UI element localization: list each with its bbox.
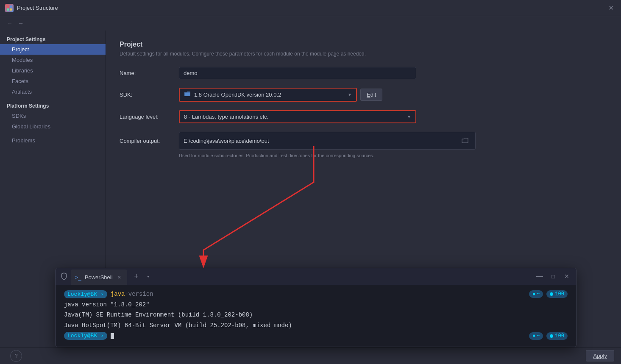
terminal-output: java version "1.8.0_202" Java(TM) SE Run… — [64, 300, 568, 330]
svg-rect-2 — [7, 8, 9, 11]
terminal-output-line-1: java version "1.8.0_202" — [64, 300, 568, 309]
title-bar: Project Structure ✕ — [0, 0, 621, 16]
browse-folder-button[interactable] — [459, 135, 471, 147]
terminal-title-bar: >_ PowerShell ✕ + ▾ — □ ✕ — [56, 268, 576, 285]
terminal-minimize-button[interactable]: — — [534, 270, 546, 282]
terminal-command-suffix: -version — [125, 291, 153, 297]
svg-rect-0 — [7, 6, 9, 8]
terminal-line-2: Lockly@BK › ■ ~ 100 — [64, 332, 568, 340]
sidebar-item-sdks[interactable]: SDKs — [0, 111, 106, 121]
terminal-count-badge-1: 100 — [546, 290, 568, 298]
sdk-row: SDK: 1.8 Oracle OpenJDK version 20.0.2 ▼ — [120, 88, 607, 102]
sdk-dropdown[interactable]: 1.8 Oracle OpenJDK version 20.0.2 ▼ — [179, 88, 357, 102]
terminal-badge-2: ■ ~ — [529, 332, 543, 340]
sidebar-item-libraries[interactable]: Libraries — [0, 65, 106, 76]
name-label: Name: — [120, 70, 179, 76]
language-row: Language level: 8 - Lambdas, type annota… — [120, 110, 607, 123]
language-arrow-icon: ▼ — [407, 114, 411, 119]
terminal-maximize-button[interactable]: □ — [547, 270, 559, 282]
terminal-count-1: 100 — [555, 291, 564, 297]
apply-button[interactable]: Apply — [586, 350, 614, 361]
terminal-badge-1: ■ ~ — [529, 290, 543, 298]
terminal-prompt-2: Lockly@BK › — [64, 332, 107, 340]
terminal-prompt-1: Lockly@BK › — [64, 290, 107, 298]
compiler-output-wrapper — [179, 132, 476, 150]
panel-title: Project — [120, 41, 607, 48]
language-value: 8 - Lambdas, type annotations etc. — [184, 114, 407, 120]
compiler-row: Compiler output: — [120, 132, 607, 150]
terminal-tab-icon: >_ — [75, 274, 81, 281]
close-button[interactable]: ✕ — [606, 3, 616, 13]
nav-row: ← → — [0, 16, 621, 31]
terminal-dropdown-button[interactable]: ▾ — [144, 270, 153, 282]
name-row: Name: — [120, 67, 607, 79]
sdk-controls: 1.8 Oracle OpenJDK version 20.0.2 ▼ Edit — [179, 88, 476, 102]
add-terminal-button[interactable]: + — [131, 270, 142, 282]
terminal-right-badges-1: ■ ~ 100 — [529, 290, 568, 298]
terminal-line-1: Lockly@BK › java -version ■ ~ 100 — [64, 290, 568, 298]
terminal-body: Lockly@BK › java -version ■ ~ 100 java v… — [56, 285, 576, 347]
name-input[interactable] — [179, 67, 416, 79]
shield-icon — [59, 271, 69, 281]
badge-tilde-2: ~ — [537, 333, 540, 339]
compiler-output-input[interactable] — [184, 138, 459, 144]
edit-button[interactable]: Edit — [360, 89, 382, 101]
terminal-tab-close-button[interactable]: ✕ — [116, 274, 123, 281]
terminal-close-button[interactable]: ✕ — [561, 270, 573, 282]
bottom-bar: ? Apply — [0, 347, 621, 364]
terminal-count-badge-2: 100 — [546, 332, 568, 340]
sdk-folder-icon — [184, 91, 191, 98]
sidebar-item-problems[interactable]: Problems — [0, 135, 106, 146]
terminal-count-2: 100 — [555, 333, 564, 339]
terminal-tab-label: PowerShell — [85, 274, 113, 281]
compiler-label: Compiler output: — [120, 138, 179, 144]
platform-settings-heading: Platform Settings — [0, 100, 106, 111]
terminal-window: >_ PowerShell ✕ + ▾ — □ ✕ Lockly@BK › ja… — [55, 268, 576, 347]
app-icon — [5, 4, 14, 12]
compiler-output-help: Used for module subdirectories. Producti… — [179, 153, 607, 158]
project-settings-heading: Project Settings — [0, 34, 106, 44]
svg-rect-4 — [185, 93, 190, 96]
back-button[interactable]: ← — [5, 19, 14, 28]
badge-tilde-1: ~ — [537, 291, 540, 297]
dialog-title: Project Structure — [17, 5, 606, 11]
badge-icon-2: ■ — [532, 333, 535, 338]
sidebar-item-artifacts[interactable]: Artifacts — [0, 86, 106, 97]
language-dropdown[interactable]: 8 - Lambdas, type annotations etc. ▼ — [179, 110, 416, 123]
forward-button[interactable]: → — [16, 19, 25, 28]
terminal-actions: — □ ✕ — [534, 270, 573, 282]
terminal-output-line-3: Java HotSpot(TM) 64-Bit Server VM (build… — [64, 321, 568, 330]
svg-rect-3 — [10, 8, 12, 11]
terminal-right-badges-2: ■ ~ 100 — [529, 332, 568, 340]
sdk-label: SDK: — [120, 92, 179, 98]
project-structure-dialog: Project Structure ✕ ← → Project Settings… — [0, 0, 621, 364]
terminal-output-line-2: Java(TM) SE Runtime Environment (build 1… — [64, 310, 568, 320]
panel-description: Default settings for all modules. Config… — [120, 51, 607, 57]
terminal-command: java — [111, 291, 125, 297]
terminal-cursor — [111, 333, 114, 339]
help-button[interactable]: ? — [10, 350, 22, 362]
terminal-dot-1 — [550, 292, 553, 296]
sidebar-item-facets[interactable]: Facets — [0, 76, 106, 86]
svg-rect-1 — [10, 6, 12, 8]
sdk-value: 1.8 Oracle OpenJDK version 20.0.2 — [194, 92, 348, 98]
badge-icon-1: ■ — [532, 292, 535, 297]
sidebar-item-project[interactable]: Project — [0, 44, 106, 55]
sidebar-item-global-libraries[interactable]: Global Libraries — [0, 121, 106, 132]
language-label: Language level: — [120, 114, 179, 120]
sdk-arrow-icon: ▼ — [348, 92, 352, 97]
sidebar-item-modules[interactable]: Modules — [0, 55, 106, 65]
terminal-dot-2 — [550, 334, 553, 338]
terminal-tab-powershell[interactable]: >_ PowerShell ✕ — [71, 270, 127, 285]
